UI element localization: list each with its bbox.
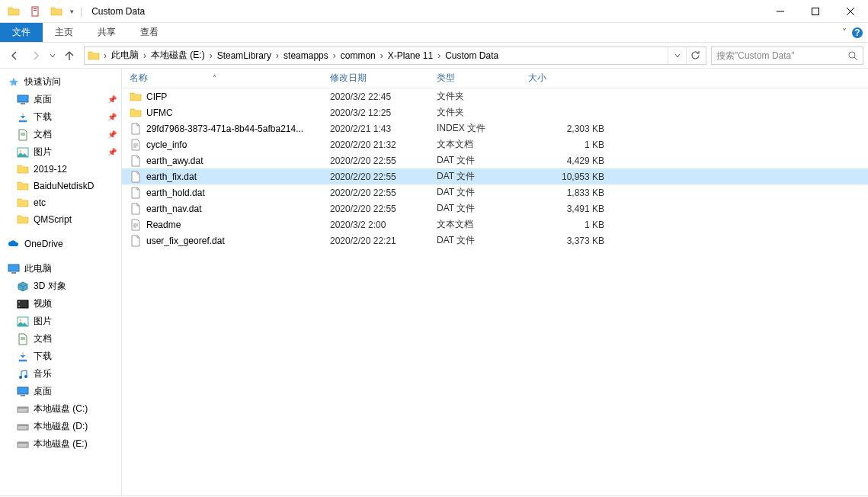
- file-row[interactable]: earth_fix.dat2020/2/20 22:55DAT 文件10,953…: [122, 168, 868, 184]
- sidebar-item[interactable]: 下载📌: [0, 108, 121, 126]
- column-name[interactable]: 名称˄: [130, 72, 330, 85]
- sidebar-item[interactable]: 本地磁盘 (E:): [0, 435, 121, 453]
- chevron-right-icon[interactable]: ›: [378, 50, 386, 61]
- sidebar-item[interactable]: 本地磁盘 (D:): [0, 418, 121, 435]
- breadcrumb-item[interactable]: SteamLibrary: [215, 50, 274, 61]
- file-row[interactable]: user_fix_georef.dat2020/2/20 22:21DAT 文件…: [122, 232, 868, 248]
- ribbon-tab[interactable]: 主页: [43, 23, 85, 42]
- sidebar-item[interactable]: 文档: [0, 330, 121, 348]
- file-row[interactable]: earth_nav.dat2020/2/20 22:55DAT 文件3,491 …: [122, 200, 868, 216]
- chevron-right-icon[interactable]: ›: [141, 50, 149, 61]
- svg-rect-17: [8, 265, 19, 271]
- sidebar-item[interactable]: 本地磁盘 (C:): [0, 400, 121, 418]
- file-row[interactable]: UFMC2020/3/2 12:25文件夹: [122, 104, 868, 120]
- ribbon-expand-icon[interactable]: ˅: [842, 27, 847, 38]
- file-row[interactable]: 29fd7968-3873-471a-8b44-5afba214...2020/…: [122, 120, 868, 136]
- txt-icon: [130, 219, 142, 231]
- ribbon-tab[interactable]: 查看: [128, 23, 171, 42]
- sidebar-item[interactable]: 文档📌: [0, 126, 121, 143]
- qat-dropdown-icon[interactable]: ▾: [70, 8, 74, 15]
- file-name: user_fix_georef.dat: [146, 236, 225, 246]
- chevron-right-icon[interactable]: ›: [435, 50, 443, 61]
- breadcrumb-item[interactable]: 本地磁盘 (E:): [149, 49, 207, 62]
- file-tab[interactable]: 文件: [0, 23, 43, 42]
- folder-icon: [17, 213, 29, 226]
- search-box[interactable]: [711, 46, 863, 65]
- sidebar-item[interactable]: 桌面: [0, 383, 121, 400]
- sidebar-item[interactable]: 视频: [0, 295, 121, 313]
- sidebar-item[interactable]: 音乐: [0, 365, 121, 383]
- sidebar-quick-access[interactable]: 快速访问: [0, 73, 121, 91]
- svg-point-26: [19, 376, 22, 379]
- folder-icon: [130, 91, 142, 103]
- svg-rect-21: [18, 306, 20, 307]
- sidebar-onedrive[interactable]: OneDrive: [0, 236, 121, 252]
- file-date: 2020/2/20 21:32: [330, 139, 437, 150]
- maximize-button[interactable]: [798, 0, 833, 23]
- file-name: earth_hold.dat: [146, 188, 205, 198]
- navigation-pane[interactable]: 快速访问 桌面📌下载📌文档📌图片📌2019-12BaiduNetdiskDetc…: [0, 69, 122, 495]
- help-icon[interactable]: ?: [851, 27, 863, 39]
- search-icon: [847, 50, 858, 61]
- breadcrumb-item[interactable]: steamapps: [281, 50, 331, 61]
- file-row[interactable]: earth_hold.dat2020/2/20 22:55DAT 文件1,833…: [122, 184, 868, 200]
- qat-folder-icon[interactable]: [49, 4, 64, 19]
- sidebar-item[interactable]: QMScript: [0, 211, 121, 228]
- folder-icon: [130, 107, 142, 119]
- column-size[interactable]: 大小: [528, 72, 604, 85]
- file-row[interactable]: Readme2020/3/2 2:00文本文档1 KB: [122, 216, 868, 232]
- svg-rect-34: [18, 425, 28, 426]
- svg-rect-18: [11, 272, 16, 274]
- chevron-right-icon[interactable]: ›: [274, 50, 281, 61]
- pin-icon: 📌: [107, 95, 117, 104]
- chevron-right-icon[interactable]: ›: [331, 50, 338, 61]
- file-icon: [130, 171, 142, 183]
- file-icon: [130, 187, 142, 199]
- column-headers[interactable]: 名称˄ 修改日期 类型 大小: [122, 69, 868, 88]
- back-button[interactable]: [5, 46, 24, 65]
- chevron-right-icon[interactable]: ›: [207, 50, 215, 61]
- file-type: 文本文档: [437, 138, 528, 151]
- file-row[interactable]: earth_awy.dat2020/2/20 22:55DAT 文件4,429 …: [122, 152, 868, 168]
- address-dropdown[interactable]: [668, 47, 686, 64]
- refresh-button[interactable]: [686, 47, 704, 64]
- sidebar-this-pc[interactable]: 此电脑: [0, 260, 121, 277]
- forward-button[interactable]: [26, 46, 46, 65]
- folder-icon: [6, 4, 21, 19]
- file-type: DAT 文件: [437, 170, 528, 183]
- doc-icon: [17, 333, 29, 345]
- column-type[interactable]: 类型: [437, 72, 528, 85]
- svg-point-27: [24, 375, 27, 378]
- breadcrumb-item[interactable]: common: [338, 50, 378, 61]
- svg-text:?: ?: [854, 27, 860, 38]
- sidebar-item[interactable]: 下载: [0, 348, 121, 365]
- sidebar-item[interactable]: etc: [0, 194, 121, 211]
- sidebar-item[interactable]: 图片📌: [0, 143, 121, 161]
- file-name: earth_awy.dat: [146, 156, 203, 166]
- sidebar-item[interactable]: 桌面📌: [0, 91, 121, 108]
- chevron-right-icon[interactable]: ›: [101, 50, 109, 61]
- sidebar-item[interactable]: 3D 对象: [0, 277, 121, 295]
- breadcrumb-item[interactable]: Custom Data: [443, 50, 501, 61]
- recent-dropdown[interactable]: [47, 46, 58, 65]
- close-button[interactable]: [833, 0, 868, 23]
- column-date[interactable]: 修改日期: [330, 72, 437, 85]
- ribbon-tab[interactable]: 共享: [85, 23, 128, 42]
- sidebar-item[interactable]: BaiduNetdiskD: [0, 178, 121, 194]
- doc-icon: [17, 129, 29, 141]
- quick-access-toolbar: ▾ | Custom Data: [0, 4, 151, 19]
- 3d-icon: [17, 281, 29, 293]
- file-row[interactable]: cycle_info2020/2/20 21:32文本文档1 KB: [122, 136, 868, 152]
- qat-properties-icon[interactable]: [27, 4, 43, 19]
- file-row[interactable]: CIFP2020/3/2 22:45文件夹: [122, 88, 868, 104]
- breadcrumb-item[interactable]: 此电脑: [109, 49, 141, 62]
- sidebar-item[interactable]: 2019-12: [0, 161, 121, 178]
- up-button[interactable]: [59, 46, 79, 65]
- desktop-icon: [17, 386, 29, 398]
- search-input[interactable]: [716, 50, 847, 61]
- sidebar-item[interactable]: 图片: [0, 313, 121, 330]
- breadcrumb-item[interactable]: X-Plane 11: [386, 50, 435, 61]
- pic-icon: [17, 316, 29, 328]
- minimize-button[interactable]: [763, 0, 798, 23]
- address-bar[interactable]: › 此电脑›本地磁盘 (E:)›SteamLibrary›steamapps›c…: [84, 46, 706, 65]
